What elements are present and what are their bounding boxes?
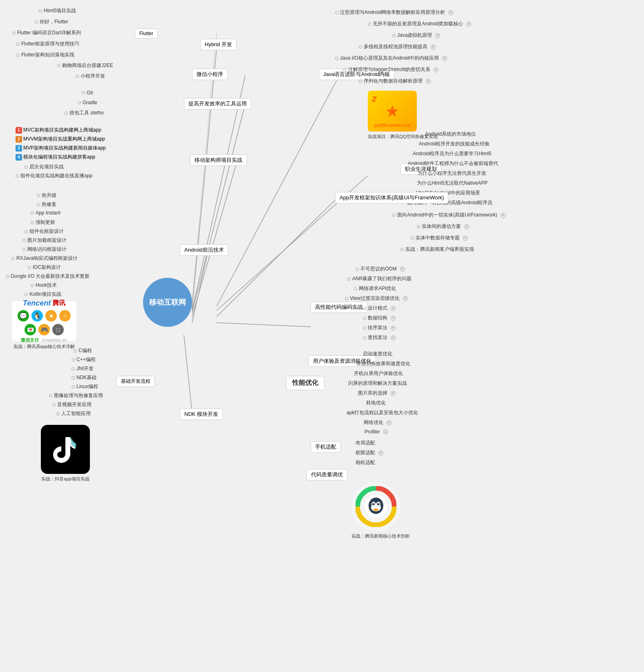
af-item-1: 面向Android中的一切实体(高级UI/Framework) + xyxy=(392,212,505,219)
career-item-2: Android程序开发的技能成长经验 xyxy=(419,141,490,147)
ndk-item-6: 图像处理与热修复应用 xyxy=(49,392,103,399)
qq-news-image-box: 实战：腾讯新闻核心技术剖析 xyxy=(351,482,410,539)
dot-icon xyxy=(72,376,75,380)
dot-icon xyxy=(392,34,396,37)
svg-point-17 xyxy=(372,503,375,505)
badge-2: 2 xyxy=(16,136,22,143)
hq-item-7: 排序算法 + xyxy=(363,324,396,331)
ndk-item-4: NDK基础 xyxy=(72,374,96,381)
ac-item-8: RXJava响应式编程框架设计 xyxy=(11,255,78,262)
svg-line-9 xyxy=(217,196,339,317)
dot-icon xyxy=(35,20,38,24)
dot-icon xyxy=(345,297,348,300)
plus-icon[interactable]: + xyxy=(434,67,438,72)
dot-icon xyxy=(74,349,77,353)
svg-line-4 xyxy=(192,161,237,317)
dot-icon xyxy=(411,237,414,240)
ndk-item-7: 音视频开发应用 xyxy=(52,401,92,408)
dot-icon xyxy=(6,275,9,278)
ue-item-3: 闪屏的原理和解决方案实战 xyxy=(348,380,407,387)
plus-icon[interactable]: + xyxy=(391,316,396,321)
dot-icon xyxy=(16,54,20,57)
flutter-sub: Flutter xyxy=(135,29,158,38)
wechat-icon-2: 💌 xyxy=(25,324,36,335)
app-framework-label: App开发框架知识体系(高级UI与FrameWork) xyxy=(335,192,448,203)
dot-icon xyxy=(72,367,75,371)
svg-line-2 xyxy=(192,76,245,310)
dot-icon xyxy=(57,64,60,67)
hq-item-4: View过渡渲染层级优化 + xyxy=(345,295,408,302)
hybrid-item-2: 你好，Flutter xyxy=(35,18,68,25)
ndk-label: NDK 模块开发 xyxy=(180,409,223,420)
tools-branch: 提高开发效率的工具运用 xyxy=(184,98,251,109)
dot-icon xyxy=(343,68,347,71)
plus-icon[interactable]: + xyxy=(435,33,440,38)
high-quality-label: 高性能代码编码实战 xyxy=(311,301,367,313)
plus-icon[interactable]: + xyxy=(387,420,391,425)
plus-icon[interactable]: + xyxy=(442,56,447,61)
plus-icon[interactable]: + xyxy=(378,451,383,455)
code-quality-label: 代码质量调优 xyxy=(306,469,347,480)
af-item-2: 实体间的通信方案 + xyxy=(417,223,469,230)
tencent-icons-row: 💬 🐧 ★ ☆ xyxy=(18,310,71,321)
dot-icon xyxy=(37,203,40,206)
center-node: 移动互联网 xyxy=(143,278,192,327)
tools-label: 提高开发效率的工具运用 xyxy=(184,98,251,109)
dot-icon xyxy=(25,230,28,233)
android-cutting-label: Android前沿技术 xyxy=(180,244,228,256)
svg-line-5 xyxy=(192,249,208,323)
dot-icon xyxy=(12,31,16,35)
career-item-5: 为什么小程序无法替代原生开发 xyxy=(418,170,486,177)
wechat-icon: 💬 xyxy=(18,310,29,321)
plus-icon[interactable]: + xyxy=(466,22,471,27)
svg-line-0 xyxy=(192,49,217,308)
dot-icon xyxy=(31,221,34,224)
plus-icon[interactable]: + xyxy=(400,267,405,272)
java-item-3: Java虚拟机原理 + xyxy=(392,32,440,39)
arch-item-1: 1 MVC架构项目实战构建网上商城app xyxy=(16,127,101,134)
dot-icon xyxy=(28,266,31,269)
career-item-1: Android系统的市场地位 xyxy=(425,131,476,138)
dot-icon xyxy=(392,214,396,217)
ue-item-2: 开机白屏用户体验优化 xyxy=(354,370,403,377)
dot-icon xyxy=(368,22,371,26)
android-cutting-branch: Android前沿技术 xyxy=(180,244,228,256)
tencent-title: Tencent 腾讯 xyxy=(23,299,65,308)
java-item-6: 注解原理与dagger2/retrofit的密切关系 + xyxy=(343,66,438,73)
plus-icon[interactable]: + xyxy=(391,391,396,396)
tools-item-2: Gradle xyxy=(78,100,97,105)
svg-line-3 xyxy=(192,104,245,313)
dot-icon xyxy=(25,165,28,169)
dot-icon xyxy=(363,336,366,339)
plus-icon[interactable]: + xyxy=(383,429,388,434)
plus-icon[interactable]: + xyxy=(448,10,453,15)
star-icon: ★ xyxy=(385,102,400,121)
tencent-logo: Tencent 腾讯 💬 🐧 ★ ☆ 💌 xyxy=(11,301,77,342)
pa-item-3: 相机适配 xyxy=(356,459,375,466)
tencent-image-box: Tencent 腾讯 💬 🐧 ★ ☆ 💌 xyxy=(11,301,77,350)
java-item-1: 泛型原理与Android网络率数据解析应用原理分析 + xyxy=(335,9,453,16)
plus-icon[interactable]: + xyxy=(391,326,396,330)
qq-icon: 🐧 xyxy=(31,310,43,321)
plus-icon[interactable]: + xyxy=(431,45,436,49)
pa-item-2: 权限适配 + xyxy=(356,449,383,456)
tiktok-logo xyxy=(41,425,90,474)
ac-item-11: Hook技术 xyxy=(31,282,57,289)
game-icon: 🎮 xyxy=(38,324,50,335)
plus-icon[interactable]: + xyxy=(463,236,468,241)
z-letter: z xyxy=(372,93,377,104)
plus-icon[interactable]: + xyxy=(464,224,469,229)
plus-icon[interactable]: + xyxy=(391,306,396,311)
arch-branch: 移动架构师项目实战 xyxy=(190,154,247,166)
ac-item-5: 组件化框架设计 xyxy=(25,228,64,235)
plus-icon[interactable]: + xyxy=(403,296,408,301)
plus-icon[interactable]: + xyxy=(426,79,431,84)
dot-icon xyxy=(31,211,34,214)
badge-3: 3 xyxy=(16,145,22,152)
badge-1: 1 xyxy=(16,127,22,134)
dot-icon xyxy=(72,385,75,388)
plus-icon[interactable]: + xyxy=(391,335,396,340)
plus-icon[interactable]: + xyxy=(501,213,505,218)
ue-item-1: 界面切换效果和速度优化 xyxy=(356,360,410,367)
flutter-label: Flutter xyxy=(135,29,158,38)
